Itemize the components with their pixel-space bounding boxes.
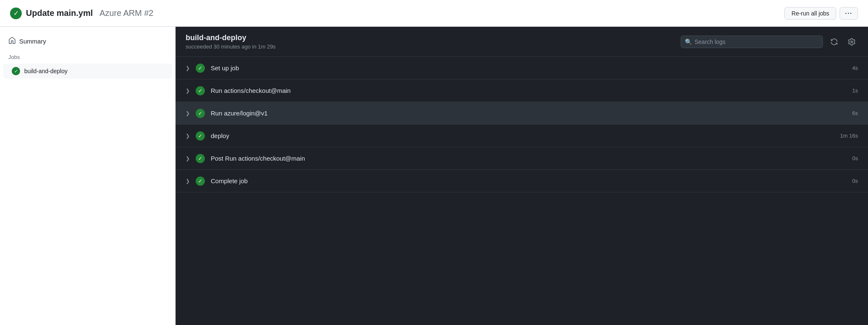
step-duration: 0s [852,178,858,184]
step-duration: 0s [852,155,858,161]
step-success-icon: ✓ [196,109,205,118]
step-row[interactable]: ❯ ✓ Complete job 0s [176,170,868,192]
step-success-icon: ✓ [196,154,205,163]
run-success-icon: ✓ [10,8,22,19]
step-duration: 6s [852,110,858,116]
step-row[interactable]: ❯ ✓ deploy 1m 16s [176,125,868,147]
sidebar-summary-link[interactable]: Summary [0,33,175,49]
step-success-icon: ✓ [196,131,205,141]
content-header-actions: 🔍 [681,36,858,48]
chevron-right-icon: ❯ [186,88,190,94]
content-job-title: build-and-deploy [186,33,276,42]
step-row[interactable]: ❯ ✓ Run actions/checkout@main 1s [176,79,868,102]
job-success-icon: ✓ [12,67,20,75]
step-name: Run azure/login@v1 [211,110,852,117]
page-title: Update main.yml [26,8,93,18]
content-panel: build-and-deploy succeeded 30 minutes ag… [176,27,868,325]
page-title-sub: Azure ARM #2 [100,8,153,18]
search-logs-wrap: 🔍 [681,36,823,48]
summary-label: Summary [19,38,46,45]
content-header: build-and-deploy succeeded 30 minutes ag… [176,27,868,57]
step-name: Post Run actions/checkout@main [211,155,852,162]
gear-icon [848,38,855,46]
step-row[interactable]: ❯ ✓ Run azure/login@v1 6s [176,102,868,125]
content-header-info: build-and-deploy succeeded 30 minutes ag… [186,33,276,50]
refresh-button[interactable] [828,36,840,47]
step-success-icon: ✓ [196,86,205,95]
home-icon [8,37,16,46]
step-name: Set up job [211,64,852,72]
search-logs-input[interactable] [681,36,823,48]
more-options-button[interactable]: ··· [840,7,858,20]
jobs-section-label: Jobs [0,49,175,63]
step-duration: 1s [852,87,858,94]
sidebar-item-build-and-deploy[interactable]: ✓ build-and-deploy [3,64,172,79]
steps-list: ❯ ✓ Set up job 4s ❯ ✓ Run actions/checko… [176,57,868,325]
refresh-icon [830,38,838,46]
step-name: Run actions/checkout@main [211,87,852,94]
step-name: Complete job [211,177,852,184]
chevron-right-icon: ❯ [186,178,190,184]
settings-button[interactable] [845,36,858,47]
rerun-all-jobs-button[interactable]: Re-run all jobs [784,7,836,20]
sidebar: Summary Jobs ✓ build-and-deploy [0,27,176,325]
chevron-right-icon: ❯ [186,65,190,71]
step-row[interactable]: ❯ ✓ Post Run actions/checkout@main 0s [176,147,868,170]
step-name: deploy [211,132,840,139]
content-job-meta: succeeded 30 minutes ago in 1m 29s [186,44,276,50]
chevron-right-icon: ❯ [186,110,190,116]
chevron-right-icon: ❯ [186,156,190,161]
search-icon: 🔍 [685,38,692,45]
top-header: ✓ Update main.yml Azure ARM #2 Re-run al… [0,0,868,27]
main-layout: Summary Jobs ✓ build-and-deploy build-an… [0,27,868,325]
step-row[interactable]: ❯ ✓ Set up job 4s [176,57,868,79]
header-right: Re-run all jobs ··· [784,7,858,20]
step-success-icon: ✓ [196,64,205,73]
chevron-right-icon: ❯ [186,133,190,139]
step-success-icon: ✓ [196,177,205,186]
job-name-label: build-and-deploy [24,68,68,74]
step-duration: 4s [852,65,858,71]
step-duration: 1m 16s [840,133,858,139]
header-left: ✓ Update main.yml Azure ARM #2 [10,8,153,19]
